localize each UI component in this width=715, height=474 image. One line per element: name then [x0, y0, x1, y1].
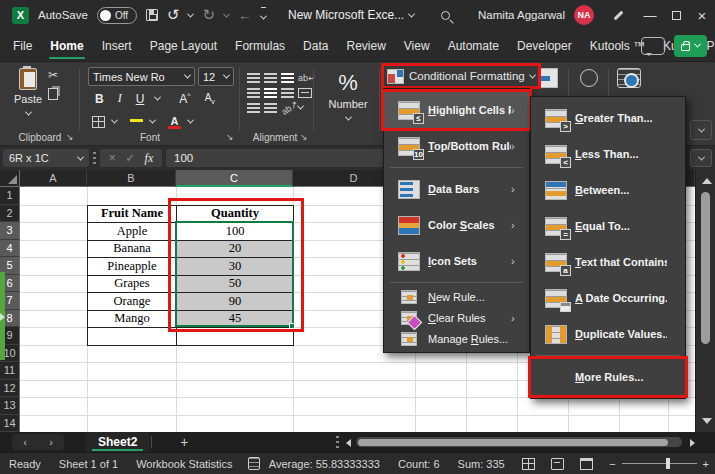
row-header-4[interactable]: 4: [0, 240, 20, 258]
table-cell[interactable]: 100: [177, 223, 294, 241]
font-color-dropdown-icon[interactable]: [187, 117, 194, 124]
scroll-up-icon[interactable]: [702, 178, 712, 184]
inking-icon[interactable]: [612, 9, 625, 22]
redo-dropdown-icon[interactable]: [223, 10, 230, 17]
table-cell[interactable]: 30: [177, 258, 294, 276]
menu-item-duplicate-values-[interactable]: Duplicate Values...: [531, 316, 685, 352]
fill-color-dropdown-icon[interactable]: [149, 117, 156, 124]
page-break-view-icon[interactable]: [580, 458, 593, 470]
status-sum[interactable]: Sum: 335: [449, 458, 514, 470]
shape-icon[interactable]: [580, 69, 598, 87]
underline-button[interactable]: U: [133, 92, 148, 106]
column-header-B[interactable]: B: [87, 170, 176, 187]
column-header-C[interactable]: C: [176, 170, 293, 187]
tab-insert[interactable]: Insert: [93, 30, 141, 61]
paste-dropdown-icon[interactable]: [25, 109, 32, 116]
undo-dropdown-icon[interactable]: [187, 10, 194, 17]
scroll-right-icon[interactable]: [690, 439, 695, 447]
copy-icon[interactable]: [48, 88, 58, 100]
close-button[interactable]: ×: [689, 2, 715, 28]
tab-formulas[interactable]: Formulas: [226, 30, 294, 61]
tab-review[interactable]: Review: [337, 30, 394, 61]
font-color-button[interactable]: A: [168, 114, 181, 129]
redo-button[interactable]: ↻: [202, 6, 215, 24]
menu-item-color-scales[interactable]: Color Scales›: [384, 207, 529, 243]
insert-function-icon[interactable]: fx: [145, 151, 154, 166]
borders-dropdown-icon[interactable]: [111, 117, 118, 124]
menu-item-data-bars[interactable]: Data Bars›: [384, 171, 529, 207]
ribbon-collapse-icon[interactable]: [690, 120, 712, 140]
formula-bar-splitter[interactable]: [93, 152, 96, 164]
menu-item-text-that-contains-[interactable]: aText that Contains...: [531, 244, 685, 280]
table-header-cell[interactable]: Quantity: [177, 206, 294, 224]
normal-view-icon[interactable]: [522, 458, 535, 470]
menu-item-manage-rules-[interactable]: Manage Rules...: [384, 328, 529, 349]
menu-item-equal-to-[interactable]: =Equal To...: [531, 208, 685, 244]
merge-center-icon[interactable]: [298, 88, 312, 98]
grow-font-button[interactable]: A^: [176, 92, 193, 106]
zoom-out-button[interactable]: −: [609, 458, 615, 470]
table-cell[interactable]: 45: [177, 311, 294, 329]
increase-indent-icon[interactable]: [264, 103, 277, 113]
share-button[interactable]: [674, 35, 707, 57]
decrease-indent-icon[interactable]: [247, 103, 260, 113]
analyze-data-icon[interactable]: [617, 68, 641, 88]
vertical-scrollbar[interactable]: [695, 170, 715, 432]
enter-icon[interactable]: ✓: [125, 151, 135, 165]
align-top-icon[interactable]: [247, 73, 260, 83]
number-format-button[interactable]: % Number: [322, 70, 374, 124]
menu-item-icon-sets[interactable]: Icon Sets›: [384, 243, 529, 279]
new-sheet-button[interactable]: +: [180, 434, 188, 450]
cut-icon[interactable]: ✂: [48, 68, 58, 82]
table-cell[interactable]: Banana: [88, 241, 177, 259]
workbook-statistics-button[interactable]: Workbook Statistics: [127, 458, 241, 470]
search-icon[interactable]: [441, 11, 450, 20]
tab-developer[interactable]: Developer: [508, 30, 581, 61]
row-header-12[interactable]: 12: [0, 380, 20, 398]
save-icon[interactable]: [146, 9, 158, 21]
underline-dropdown-icon[interactable]: [154, 94, 161, 101]
shrink-font-button[interactable]: Av: [202, 92, 218, 105]
clipboard-dialog-launcher-icon[interactable]: ↘: [66, 132, 74, 142]
sheet-nav[interactable]: ‹ ›: [12, 434, 64, 450]
menu-item-top-bottom-rules[interactable]: 10Top/Bottom Rules›: [384, 128, 529, 164]
table-cell[interactable]: Grapes: [88, 276, 177, 294]
status-average[interactable]: Average: 55.83333333: [260, 458, 389, 470]
horizontal-scroll-thumb[interactable]: [358, 439, 668, 446]
menu-item-clear-rules[interactable]: Clear Rules›: [384, 307, 529, 328]
fill-color-button[interactable]: [130, 121, 143, 122]
font-size-combo[interactable]: 12: [198, 67, 234, 86]
menu-item-more-rules-[interactable]: More Rules...: [531, 359, 685, 395]
tab-page-layout[interactable]: Page Layout: [141, 30, 226, 61]
back-arrow-icon[interactable]: ←: [238, 7, 252, 23]
formula-bar-expand-icon[interactable]: [690, 149, 712, 167]
zoom-slider-thumb[interactable]: [666, 458, 670, 469]
table-header-cell[interactable]: Fruit Name: [88, 206, 177, 224]
align-center-icon[interactable]: [264, 88, 277, 98]
menu-item-less-than-[interactable]: <Less Than...: [531, 136, 685, 172]
column-header-A[interactable]: A: [20, 170, 87, 187]
alignment-dialog-launcher-icon[interactable]: ↘: [300, 132, 308, 142]
table-cell[interactable]: 50: [177, 276, 294, 294]
minimize-button[interactable]: —: [637, 2, 663, 28]
menu-item-highlight-cells-rules[interactable]: ≤Highlight Cells Rules›: [384, 92, 529, 128]
zoom-slider[interactable]: [622, 463, 697, 464]
table-cell[interactable]: Mango: [88, 311, 177, 329]
align-left-icon[interactable]: [247, 88, 260, 98]
menu-item-greater-than-[interactable]: >Greater Than...: [531, 100, 685, 136]
align-right-icon[interactable]: [281, 88, 294, 98]
name-box[interactable]: 6R x 1C: [3, 149, 89, 167]
avatar[interactable]: NA: [574, 5, 594, 25]
tab-scroll-splitter[interactable]: [336, 436, 339, 448]
next-sheet-icon[interactable]: ›: [38, 436, 64, 448]
paste-button[interactable]: Paste: [14, 68, 42, 119]
menu-item-a-date-occurring-[interactable]: A Date Occurring...: [531, 280, 685, 316]
table-cell[interactable]: Pineapple: [88, 258, 177, 276]
table-cell[interactable]: 90: [177, 293, 294, 311]
page-layout-view-icon[interactable]: [551, 458, 564, 470]
vertical-scroll-thumb[interactable]: [701, 192, 710, 344]
fruit-table[interactable]: Fruit NameQuantityApple100Banana20Pineap…: [87, 205, 294, 346]
table-cell[interactable]: Apple: [88, 223, 177, 241]
horizontal-scrollbar[interactable]: [356, 437, 682, 447]
font-name-combo[interactable]: Times New Ro: [88, 67, 195, 86]
